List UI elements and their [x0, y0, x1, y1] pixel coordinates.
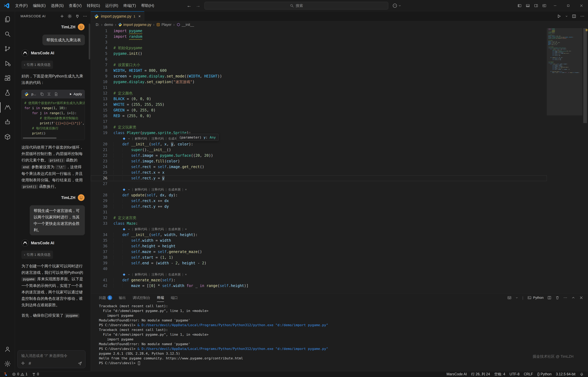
eol[interactable]: CRLF [522, 371, 535, 377]
menu-选择[interactable]: 选择(S) [48, 2, 66, 9]
panel-tab-问题[interactable]: 问题1 [99, 294, 112, 302]
broadcast-status[interactable]: 0 [30, 371, 41, 377]
editor-scrollbar-thumb[interactable] [583, 28, 587, 123]
chat-scrollbar[interactable] [89, 24, 90, 59]
more-actions-icon[interactable] [83, 14, 87, 19]
maximize-button[interactable] [562, 0, 575, 11]
activity-toolbox[interactable] [0, 130, 15, 144]
activity-ai-assistant[interactable] [0, 115, 15, 130]
codelens-1[interactable]: 注释代码 [152, 272, 164, 277]
encoding[interactable]: UTF-8 [507, 371, 522, 377]
new-chat-icon[interactable] [60, 14, 64, 19]
tab-import-pygame-py[interactable]: import pygame.py 1 × [91, 11, 144, 21]
codelens-2[interactable]: 生成单测 [168, 188, 180, 192]
code-area[interactable]: 1import pygame2import random34# 初始化pygam… [91, 28, 547, 294]
menu-文件[interactable]: 文件(F) [12, 2, 30, 9]
settings-icon[interactable] [67, 14, 72, 19]
kill-terminal-icon[interactable] [555, 295, 560, 300]
close-window-button[interactable] [575, 0, 588, 11]
panel-tab-输出[interactable]: 输出 [119, 294, 126, 302]
context-hash-icon[interactable]: # [29, 361, 31, 366]
remote-indicator[interactable] [1, 371, 10, 377]
activity-accounts[interactable] [0, 342, 15, 356]
activity-extensions[interactable] [0, 71, 15, 85]
reference-toggle[interactable]: ›引用 1 相关信息 [22, 251, 53, 259]
tab-close-icon[interactable]: × [138, 14, 141, 19]
codelens-2[interactable]: 生成单测 [168, 227, 180, 231]
panel-tab-终端[interactable]: 终端 [157, 294, 164, 302]
toggle-sidebar-left-icon[interactable] [516, 0, 524, 11]
minimize-button[interactable] [549, 0, 562, 11]
codelens-0[interactable]: 解释代码 [135, 137, 147, 141]
activity-search[interactable] [0, 27, 15, 41]
codelens-dismiss[interactable]: × [185, 273, 187, 276]
menu-编辑[interactable]: 编辑(E) [30, 2, 48, 9]
reference-toggle[interactable]: ›引用 1 相关信息 [22, 61, 53, 69]
python-interpreter[interactable]: 3.12.5 64-bit [554, 371, 577, 377]
terminal-output[interactable]: Traceback (most recent call last): File … [91, 302, 588, 371]
codelens-0[interactable]: 解释代码 [135, 188, 147, 192]
maximize-panel-icon[interactable] [571, 295, 576, 300]
breadcrumb-item-D[interactable]: D: [96, 23, 99, 27]
editor-more-actions-icon[interactable] [580, 14, 585, 19]
forward-button[interactable]: → [196, 3, 201, 8]
activity-marscode-ai[interactable] [0, 100, 15, 115]
toggle-sidebar-right-icon[interactable] [532, 0, 540, 11]
code-block-hscrollbar[interactable] [23, 137, 84, 139]
copilot-menu[interactable] [392, 3, 401, 8]
copy-icon[interactable] [40, 92, 44, 96]
panel-tab-端口[interactable]: 端口 [171, 294, 178, 302]
menu-运行[interactable]: 运行(R) [103, 2, 121, 9]
chevron-down-icon[interactable] [515, 296, 518, 299]
chat-input-box[interactable]: 输入消息或者 "/" 来选择指令 # [17, 350, 85, 368]
codelens-dismiss[interactable]: × [185, 188, 187, 191]
panel-tab-调试控制台[interactable]: 调试控制台 [133, 294, 150, 302]
panel-more-actions-icon[interactable] [563, 295, 567, 300]
back-button[interactable]: ← [187, 3, 192, 8]
split-editor-icon[interactable] [572, 14, 576, 19]
chevron-down-icon[interactable] [128, 228, 130, 231]
problems-status[interactable]: 01 [10, 371, 30, 377]
activity-source-control[interactable] [0, 41, 15, 56]
codelens-2[interactable]: 生成单测 [168, 272, 180, 277]
chevron-down-icon[interactable] [128, 137, 130, 140]
sparkle-commands-icon[interactable] [21, 361, 25, 366]
send-button[interactable] [78, 361, 82, 366]
toggle-panel-icon[interactable] [524, 0, 532, 11]
codelens-1[interactable]: 注释代码 [152, 137, 164, 141]
menu-转到[interactable]: 转到(G) [84, 2, 103, 9]
breadcrumb-item-demo[interactable]: demo [104, 23, 113, 27]
cursor-position[interactable]: 行 26, 列 24 [469, 371, 492, 377]
new-file-icon[interactable] [54, 92, 58, 96]
customize-layout-icon[interactable] [540, 0, 549, 11]
language-mode[interactable]: {} Python [535, 371, 554, 377]
codelens-0[interactable]: 解释代码 [135, 227, 147, 231]
split-terminal-icon[interactable] [547, 295, 552, 300]
menu-帮助[interactable]: 帮助(H) [139, 2, 157, 9]
notifications-bell-icon[interactable] [577, 371, 586, 377]
terminal-launch-icon[interactable] [507, 295, 512, 300]
close-panel-icon[interactable] [579, 295, 583, 300]
chevron-down-icon[interactable] [128, 188, 130, 191]
codelens-1[interactable]: 注释代码 [152, 188, 164, 192]
chevron-down-icon[interactable] [128, 273, 130, 276]
editor-viewport[interactable]: 1import pygame2import random34# 初始化pygam… [91, 28, 588, 294]
codelens-0[interactable]: 解释代码 [135, 272, 147, 277]
terminal-instance[interactable]: Python [527, 295, 544, 300]
command-center-search[interactable]: 搜索 [204, 2, 388, 10]
breadcrumb-item-importpygamepy[interactable]: import pygame.py [118, 23, 151, 27]
minimap[interactable]: import pygameimport random# 初始化pygamepyg… [547, 28, 582, 294]
codelens-1[interactable]: 注释代码 [152, 227, 164, 231]
breadcrumb-item-Player[interactable]: Player [156, 23, 171, 27]
marscode-ai-status[interactable]: MarsCode AI [444, 371, 469, 377]
editor-scrollbar[interactable] [582, 28, 588, 294]
activity-settings[interactable] [0, 356, 15, 371]
breadcrumb-item-__init__[interactable]: __init__ [176, 23, 194, 27]
run-button[interactable] [557, 14, 561, 19]
activity-testing[interactable] [0, 85, 15, 100]
activity-run-and-debug[interactable] [0, 56, 15, 71]
connect-icon[interactable] [75, 14, 80, 19]
indentation[interactable]: 空格: 4 [492, 371, 507, 377]
menu-终端[interactable]: 终端(T) [121, 2, 139, 9]
menu-查看[interactable]: 查看(V) [66, 2, 84, 9]
